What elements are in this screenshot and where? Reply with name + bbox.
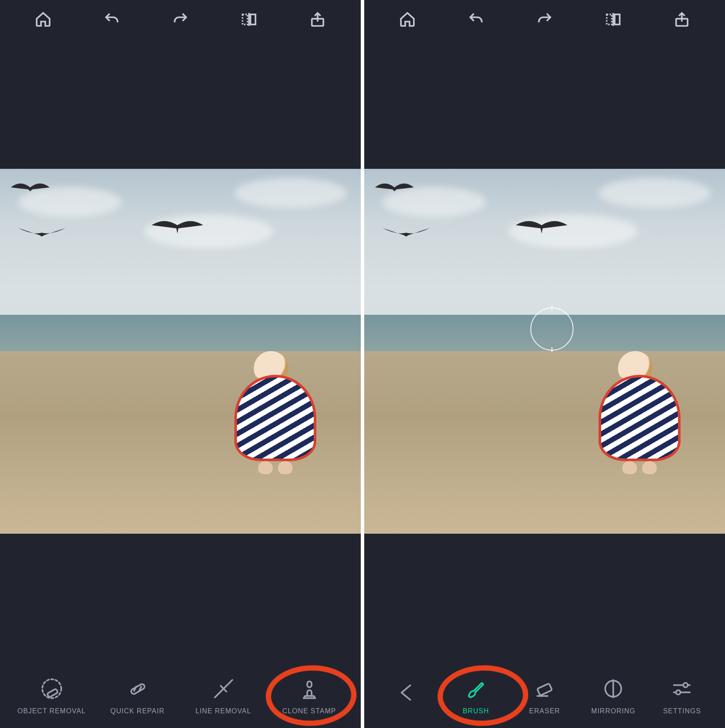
photo-subject	[599, 351, 676, 476]
tool-label: LINE REMOVAL	[195, 707, 251, 715]
tool-back[interactable]	[373, 680, 441, 711]
svg-rect-12	[607, 14, 612, 24]
home-icon[interactable]	[397, 9, 418, 30]
bird-icon	[151, 216, 203, 238]
tool-mirroring[interactable]: MIRRORING	[579, 676, 648, 715]
svg-rect-16	[537, 684, 552, 696]
tool-label: CLONE STAMP	[282, 707, 336, 715]
tool-object-removal[interactable]: OBJECT REMOVAL	[15, 676, 88, 715]
svg-point-21	[684, 683, 688, 687]
tool-quick-repair[interactable]: QUICK REPAIR	[101, 676, 174, 715]
screen-main: OBJECT REMOVAL QUICK REPAIR LINE REMOVAL…	[0, 0, 362, 728]
redo-icon[interactable]	[170, 9, 191, 30]
screen-clone-stamp: BRUSH ERASER MIRRORING SETTINGS	[362, 0, 725, 728]
svg-rect-1	[250, 14, 255, 24]
tool-label: QUICK REPAIR	[110, 707, 165, 715]
bird-icon	[11, 180, 50, 197]
object-removal-icon	[39, 676, 64, 701]
redo-icon[interactable]	[534, 9, 555, 30]
undo-icon[interactable]	[465, 9, 487, 30]
bird-icon	[375, 180, 414, 197]
undo-icon[interactable]	[101, 9, 123, 30]
clone-stamp-icon	[297, 676, 322, 701]
canvas[interactable]	[364, 39, 725, 663]
tool-brush[interactable]: BRUSH	[441, 676, 510, 715]
eraser-icon	[532, 676, 557, 701]
photo-subject	[234, 351, 312, 476]
settings-sliders-icon	[669, 676, 694, 701]
tool-eraser[interactable]: ERASER	[510, 676, 579, 715]
canvas[interactable]	[0, 39, 361, 663]
mirroring-icon	[601, 676, 626, 701]
svg-rect-13	[615, 14, 620, 24]
share-icon[interactable]	[671, 9, 693, 30]
back-arrow-icon	[395, 680, 420, 705]
bird-icon	[382, 223, 430, 244]
share-icon[interactable]	[307, 9, 328, 30]
topbar	[364, 0, 725, 39]
tool-clone-stamp[interactable]: CLONE STAMP	[273, 676, 346, 715]
tool-label: MIRRORING	[591, 707, 635, 715]
brush-icon	[463, 676, 489, 701]
home-icon[interactable]	[32, 9, 54, 30]
bird-icon	[18, 223, 66, 244]
bottombar-main: OBJECT REMOVAL QUICK REPAIR LINE REMOVAL…	[0, 663, 361, 728]
photo	[364, 169, 725, 534]
photo	[0, 169, 361, 534]
svg-rect-6	[130, 683, 145, 695]
line-removal-icon	[211, 676, 236, 701]
tool-label: ERASER	[529, 707, 560, 715]
quick-repair-icon	[125, 676, 150, 701]
tool-label: OBJECT REMOVAL	[17, 707, 85, 715]
tool-label: SETTINGS	[663, 707, 701, 715]
svg-rect-0	[243, 14, 248, 24]
bird-icon	[516, 216, 567, 238]
bottombar-clone: BRUSH ERASER MIRRORING SETTINGS	[364, 663, 725, 728]
svg-rect-11	[307, 681, 311, 687]
tool-settings[interactable]: SETTINGS	[648, 676, 716, 715]
tool-label: BRUSH	[463, 707, 489, 715]
clone-target-indicator[interactable]	[530, 307, 574, 351]
compare-icon[interactable]	[602, 9, 624, 30]
svg-point-23	[676, 690, 681, 694]
topbar	[0, 0, 361, 39]
compare-icon[interactable]	[238, 9, 260, 30]
tool-line-removal[interactable]: LINE REMOVAL	[187, 676, 260, 715]
